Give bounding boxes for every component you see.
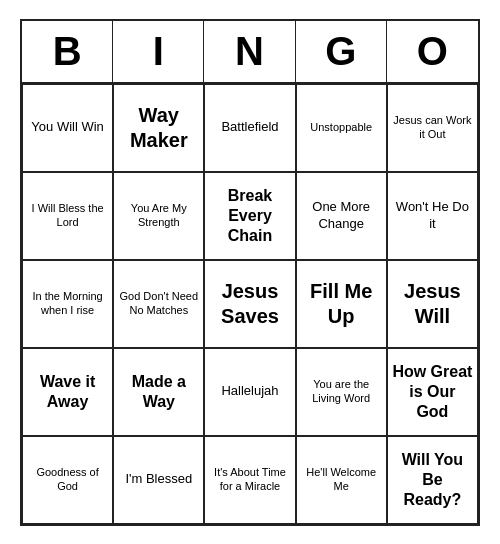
bingo-cell-15[interactable]: Wave it Away [22,348,113,436]
bingo-cell-24[interactable]: Will You Be Ready? [387,436,478,524]
bingo-cell-8[interactable]: One More Change [296,172,387,260]
bingo-cell-7[interactable]: Break Every Chain [204,172,295,260]
bingo-grid: You Will WinWay MakerBattlefieldUnstoppa… [22,84,478,524]
bingo-card: BINGO You Will WinWay MakerBattlefieldUn… [20,19,480,526]
bingo-cell-1[interactable]: Way Maker [113,84,204,172]
header-letter-N: N [204,21,295,82]
header-letter-B: B [22,21,113,82]
bingo-cell-22[interactable]: It's About Time for a Miracle [204,436,295,524]
bingo-cell-11[interactable]: God Don't Need No Matches [113,260,204,348]
header-letter-O: O [387,21,478,82]
bingo-cell-18[interactable]: You are the Living Word [296,348,387,436]
bingo-cell-5[interactable]: I Will Bless the Lord [22,172,113,260]
header-letter-G: G [296,21,387,82]
bingo-cell-9[interactable]: Won't He Do it [387,172,478,260]
bingo-cell-14[interactable]: Jesus Will [387,260,478,348]
bingo-cell-0[interactable]: You Will Win [22,84,113,172]
bingo-cell-12[interactable]: Jesus Saves [204,260,295,348]
bingo-cell-19[interactable]: How Great is Our God [387,348,478,436]
bingo-cell-4[interactable]: Jesus can Work it Out [387,84,478,172]
bingo-cell-3[interactable]: Unstoppable [296,84,387,172]
bingo-cell-10[interactable]: In the Morning when I rise [22,260,113,348]
bingo-cell-23[interactable]: He'll Welcome Me [296,436,387,524]
bingo-cell-17[interactable]: Hallelujah [204,348,295,436]
bingo-cell-21[interactable]: I'm Blessed [113,436,204,524]
bingo-cell-2[interactable]: Battlefield [204,84,295,172]
bingo-cell-13[interactable]: Fill Me Up [296,260,387,348]
bingo-header: BINGO [22,21,478,84]
header-letter-I: I [113,21,204,82]
bingo-cell-16[interactable]: Made a Way [113,348,204,436]
bingo-cell-20[interactable]: Goodness of God [22,436,113,524]
bingo-cell-6[interactable]: You Are My Strength [113,172,204,260]
